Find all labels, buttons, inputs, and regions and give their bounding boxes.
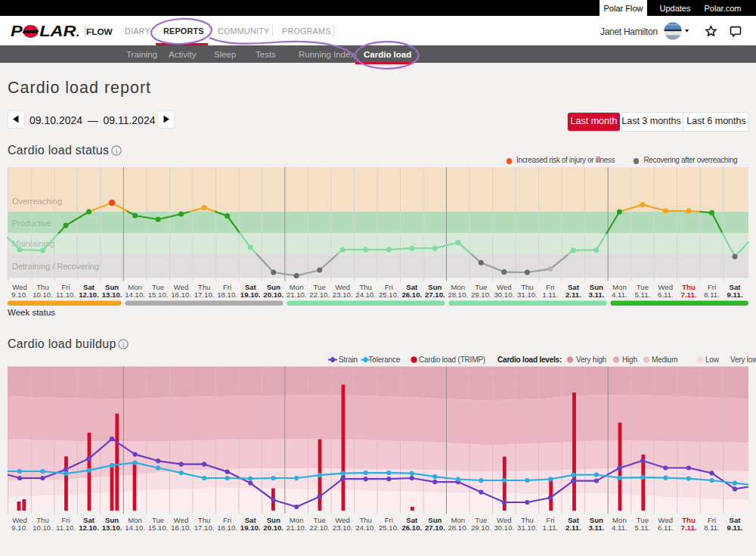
svg-text:8.11.: 8.11. — [704, 523, 720, 532]
svg-text:9.10.: 9.10. — [11, 523, 27, 532]
svg-text:29.10.: 29.10. — [471, 523, 491, 532]
svg-text:9.11.: 9.11. — [727, 523, 743, 532]
svg-text:4.11.: 4.11. — [612, 523, 627, 532]
svg-text:27.10.: 27.10. — [425, 523, 445, 532]
svg-text:12.10.: 12.10. — [79, 523, 99, 532]
svg-text:2.11.: 2.11. — [565, 523, 581, 532]
svg-text:11.10.: 11.10. — [56, 523, 76, 532]
svg-text:14.10.: 14.10. — [125, 523, 145, 532]
svg-text:26.10.: 26.10. — [401, 523, 422, 532]
svg-text:7.11.: 7.11. — [681, 523, 697, 532]
svg-text:28.10.: 28.10. — [448, 523, 468, 532]
svg-text:30.10.: 30.10. — [494, 523, 514, 532]
svg-text:5.11.: 5.11. — [635, 523, 651, 532]
svg-text:23.10.: 23.10. — [333, 523, 353, 532]
svg-text:18.10.: 18.10. — [217, 523, 237, 532]
svg-text:19.10.: 19.10. — [240, 523, 261, 532]
svg-text:17.10.: 17.10. — [194, 523, 215, 532]
svg-text:10.10.: 10.10. — [33, 523, 53, 532]
svg-text:24.10.: 24.10. — [355, 523, 376, 532]
svg-text:21.10.: 21.10. — [287, 523, 307, 532]
svg-text:31.10.: 31.10. — [517, 523, 538, 532]
svg-text:16.10.: 16.10. — [171, 523, 191, 532]
svg-text:1.11.: 1.11. — [543, 523, 559, 532]
svg-text:25.10.: 25.10. — [379, 523, 399, 532]
svg-text:15.10.: 15.10. — [148, 523, 169, 532]
svg-text:13.10.: 13.10. — [102, 523, 122, 532]
svg-text:20.10.: 20.10. — [263, 523, 284, 532]
svg-text:6.11.: 6.11. — [658, 523, 674, 532]
svg-text:3.11.: 3.11. — [588, 523, 604, 532]
svg-text:22.10.: 22.10. — [309, 523, 330, 532]
